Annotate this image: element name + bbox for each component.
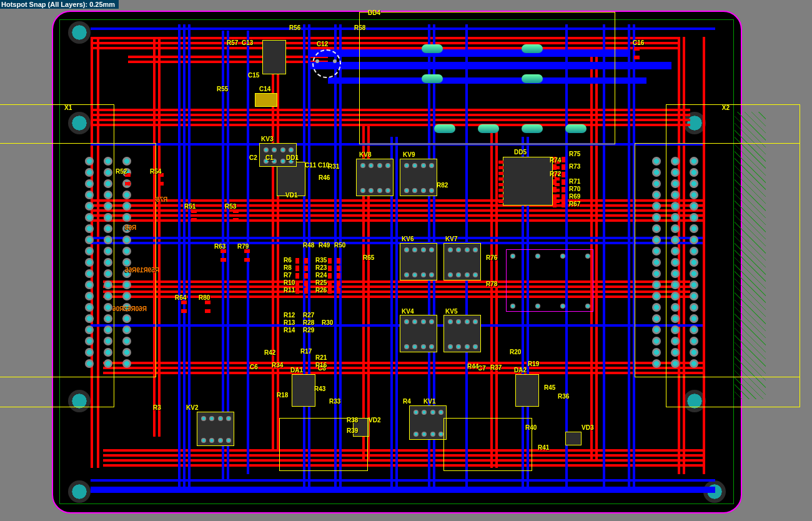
relay-pad <box>404 247 409 252</box>
label-kv4: KV4 <box>402 308 413 315</box>
label-kv8: KV8 <box>359 151 371 158</box>
relay-pad <box>429 344 434 349</box>
trace <box>103 362 703 364</box>
pad <box>315 59 319 63</box>
trace <box>103 449 703 452</box>
relay-pad <box>456 247 461 252</box>
relay-pad <box>510 254 515 259</box>
relay-pad <box>429 163 434 168</box>
smd[interactable] <box>205 300 210 313</box>
smd[interactable] <box>220 249 226 262</box>
component-kv4[interactable] <box>400 315 437 352</box>
relay-pad <box>226 438 231 443</box>
smd[interactable] <box>295 280 308 286</box>
trace <box>178 24 181 487</box>
label-r74: R74 <box>550 157 561 164</box>
label-r52: R52 <box>116 168 127 175</box>
label-r37: R37 <box>490 364 502 371</box>
label-vd2: VD2 <box>369 417 380 424</box>
relay-pad <box>226 416 231 421</box>
label-r63: R63 <box>214 243 225 250</box>
component-dd5[interactable] <box>503 157 553 206</box>
label-r18: R18 <box>277 392 288 399</box>
component-kv7[interactable] <box>443 243 481 280</box>
pcb-canvas[interactable]: DD4 DD5 DD1 DA1 DA2 X1 X2 KV3 KV8 KV9 KV… <box>25 7 787 514</box>
component-da1[interactable] <box>292 374 315 407</box>
label-r33: R33 <box>329 398 340 405</box>
relay-pad <box>280 159 285 164</box>
smd[interactable] <box>328 280 340 286</box>
relay-pad <box>421 247 426 252</box>
label-r72: R72 <box>550 171 561 177</box>
label-r17: R17 <box>300 348 312 355</box>
component-kv-array[interactable] <box>506 249 593 312</box>
smd[interactable] <box>158 173 164 186</box>
component-vd3[interactable] <box>565 432 582 445</box>
label-r76: R76 <box>486 254 497 261</box>
component-ic-top[interactable] <box>262 40 286 74</box>
smd[interactable] <box>244 249 250 262</box>
component-kv8[interactable] <box>356 159 394 196</box>
smd-c16[interactable] <box>634 47 640 59</box>
smd[interactable] <box>295 265 308 271</box>
label-r16: R16 <box>315 362 327 369</box>
silk-connector-x1b <box>0 143 156 377</box>
label-r69: R69 <box>569 193 580 200</box>
relay-pad <box>413 432 418 437</box>
trace <box>308 24 310 487</box>
label-r23: R23 <box>315 264 327 271</box>
relay-pad <box>429 188 434 193</box>
smd[interactable] <box>181 300 187 313</box>
smd[interactable] <box>191 209 197 222</box>
smd[interactable] <box>328 273 340 279</box>
label-bottom-r: R59R19R65 <box>125 267 159 274</box>
label-r26: R26 <box>315 287 327 294</box>
smd[interactable] <box>295 258 308 264</box>
component-da2[interactable] <box>515 374 539 407</box>
component-c14[interactable] <box>255 93 277 107</box>
component-c12[interactable] <box>312 49 341 78</box>
relay-pad <box>404 272 409 277</box>
label-r27: R27 <box>303 312 314 319</box>
component-kv2[interactable] <box>197 412 234 446</box>
relay-pad <box>280 147 285 152</box>
component-kv1[interactable] <box>409 405 447 440</box>
relay-pad <box>438 410 443 415</box>
relay-pad <box>201 416 206 421</box>
label-c16: C16 <box>633 39 644 46</box>
relay-pad <box>209 416 214 421</box>
label-r12: R12 <box>284 312 295 319</box>
label-r11: R11 <box>284 287 295 294</box>
trace <box>103 464 703 467</box>
pcb-board-outline[interactable]: DD4 DD5 DD1 DA1 DA2 X1 X2 KV3 KV8 KV9 KV… <box>52 11 742 514</box>
component-kv5[interactable] <box>443 315 481 352</box>
smd[interactable] <box>328 288 340 294</box>
relay-pad <box>412 247 417 252</box>
silk-connector-x2b <box>635 143 800 377</box>
smd[interactable] <box>233 209 239 222</box>
status-text: Hotspot Snap (All Layers): 0.25mm <box>1 1 115 8</box>
relay-pad <box>448 319 453 324</box>
label-r79: R79 <box>237 243 249 250</box>
relay-pad <box>404 163 409 168</box>
component-kv6[interactable] <box>400 243 437 280</box>
trace <box>339 24 342 487</box>
relay-pad <box>369 188 374 193</box>
relay-pad <box>430 432 435 437</box>
label-kv6: KV6 <box>402 236 413 242</box>
relay-pad <box>218 438 223 443</box>
component-dd1[interactable] <box>277 162 305 196</box>
smd[interactable] <box>328 258 340 264</box>
relay-pad <box>560 304 565 309</box>
smd[interactable] <box>295 288 308 294</box>
relay-pad <box>473 319 478 324</box>
label-r19: R19 <box>528 360 539 367</box>
label-r46: R46 <box>319 174 330 181</box>
relay-pad <box>510 304 515 309</box>
smd[interactable] <box>295 273 308 279</box>
smd[interactable] <box>328 265 340 271</box>
component-kv9[interactable] <box>400 159 437 196</box>
relay-pad <box>412 188 417 193</box>
trace <box>103 367 703 369</box>
label-kv1: KV1 <box>423 398 435 405</box>
